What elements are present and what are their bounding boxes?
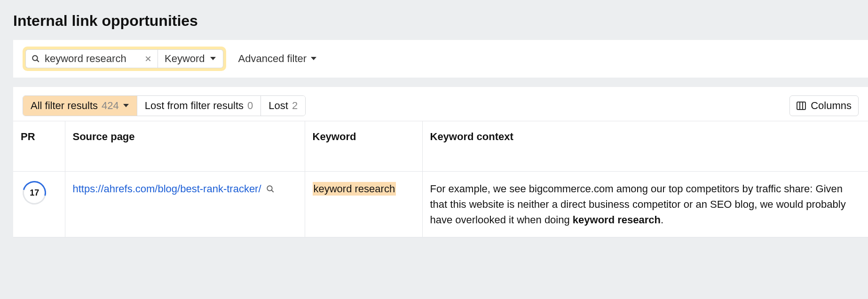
search-input[interactable] bbox=[45, 53, 139, 65]
tab-label: All filter results bbox=[31, 100, 98, 112]
table-header-row: PR Source page Keyword Keyword context bbox=[13, 121, 868, 172]
tab-count: 424 bbox=[102, 100, 119, 112]
cell-context: For example, we see bigcommerce.com amon… bbox=[422, 172, 868, 237]
search-scope-label: Keyword bbox=[165, 53, 205, 65]
search-box[interactable] bbox=[25, 49, 158, 68]
source-link[interactable]: https://ahrefs.com/blog/best-rank-tracke… bbox=[73, 181, 261, 197]
pr-ring: 17 bbox=[18, 177, 50, 209]
keyword-highlight: keyword research bbox=[313, 182, 396, 196]
columns-button[interactable]: Columns bbox=[789, 95, 859, 116]
results-table: PR Source page Keyword Keyword context 1… bbox=[13, 121, 868, 237]
svg-rect-4 bbox=[797, 102, 805, 110]
advanced-filter-label: Advanced filter bbox=[238, 53, 307, 65]
columns-label: Columns bbox=[811, 100, 852, 112]
svg-line-8 bbox=[271, 190, 274, 192]
svg-point-7 bbox=[267, 186, 272, 191]
col-context[interactable]: Keyword context bbox=[422, 121, 868, 172]
results-tabs: All filter results 424 Lost from filter … bbox=[23, 95, 306, 116]
tab-count: 0 bbox=[247, 100, 253, 112]
col-pr[interactable]: PR bbox=[13, 121, 65, 172]
tab-count: 2 bbox=[292, 100, 298, 112]
filter-bar: Keyword Advanced filter bbox=[13, 40, 868, 78]
advanced-filter-dropdown[interactable]: Advanced filter bbox=[235, 50, 321, 68]
tab-label: Lost bbox=[268, 100, 288, 112]
filter-panel: Keyword Advanced filter bbox=[13, 40, 868, 78]
context-bold: keyword research bbox=[573, 214, 661, 226]
close-icon bbox=[144, 55, 152, 63]
caret-down-icon bbox=[123, 103, 129, 108]
tab-label: Lost from filter results bbox=[145, 100, 244, 112]
table-row: 17 https://ahrefs.com/blog/best-rank-tra… bbox=[13, 172, 868, 237]
caret-down-icon bbox=[210, 56, 216, 61]
col-keyword[interactable]: Keyword bbox=[305, 121, 422, 172]
cell-keyword: keyword research bbox=[305, 172, 422, 237]
pr-value: 17 bbox=[30, 187, 39, 199]
svg-line-1 bbox=[37, 60, 39, 62]
columns-icon bbox=[797, 102, 806, 110]
col-source[interactable]: Source page bbox=[65, 121, 305, 172]
cell-pr: 17 bbox=[13, 172, 65, 237]
page-title: Internal link opportunities bbox=[0, 0, 868, 40]
tab-all-filter-results[interactable]: All filter results 424 bbox=[23, 96, 137, 116]
search-highlight-wrap: Keyword bbox=[23, 47, 226, 71]
caret-down-icon bbox=[310, 56, 317, 61]
results-panel: All filter results 424 Lost from filter … bbox=[13, 87, 868, 237]
cell-source: https://ahrefs.com/blog/best-rank-tracke… bbox=[65, 172, 305, 237]
inspect-button[interactable] bbox=[266, 185, 275, 193]
results-bar: All filter results 424 Lost from filter … bbox=[13, 87, 868, 121]
clear-search-button[interactable] bbox=[143, 54, 153, 63]
svg-point-0 bbox=[32, 55, 38, 61]
context-post: . bbox=[661, 214, 663, 226]
search-icon bbox=[32, 55, 40, 63]
tab-lost-from-filter[interactable]: Lost from filter results 0 bbox=[137, 96, 261, 116]
search-scope-dropdown[interactable]: Keyword bbox=[158, 49, 223, 68]
tab-lost[interactable]: Lost 2 bbox=[261, 96, 305, 116]
